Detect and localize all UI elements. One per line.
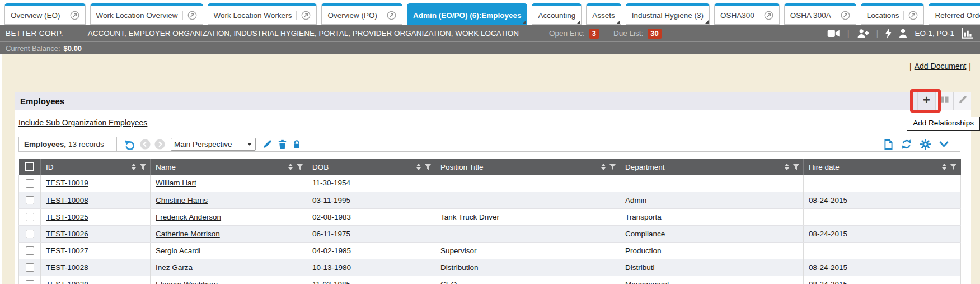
trash-icon[interactable]	[278, 139, 287, 150]
employee-id-link[interactable]: TEST-10019	[46, 179, 88, 187]
submenu-corner-icon	[705, 20, 709, 24]
column-header[interactable]: ID	[41, 159, 151, 175]
add-relationships-button[interactable]: +	[917, 92, 935, 110]
employee-department-cell: Transporta	[620, 208, 804, 225]
employee-name-link[interactable]: Frederick Anderson	[156, 213, 221, 221]
tab[interactable]: Assets	[586, 3, 621, 25]
new-document-icon[interactable]	[884, 139, 893, 150]
employee-name-link[interactable]: Eleanor Washburn	[156, 280, 218, 284]
bar-chart-icon[interactable]	[962, 28, 973, 39]
employee-name-link[interactable]: William Hart	[156, 179, 196, 187]
employee-name-link[interactable]: Inez Garza	[156, 263, 193, 272]
table-row[interactable]: TEST-10008 Christine Harris 03-11-1995 A…	[19, 192, 961, 208]
tab[interactable]: OSHA300	[714, 3, 780, 25]
tab[interactable]: OSHA 300A	[784, 3, 856, 25]
employee-name-link[interactable]: Catherine Morrison	[156, 230, 220, 238]
table-row[interactable]: TEST-10019 William Hart 11-30-1954	[19, 175, 961, 192]
row-checkbox[interactable]	[26, 230, 34, 238]
open-in-new-window-icon[interactable]	[65, 11, 79, 20]
open-in-new-window-icon[interactable]	[182, 11, 197, 20]
open-in-new-window-icon[interactable]	[903, 11, 918, 20]
table-row[interactable]: TEST-10027 Sergio Acardi 04-02-1985 Supe…	[19, 242, 961, 259]
tab[interactable]: Admin (EO/PO) (6):Employees	[407, 3, 528, 25]
employee-id-link[interactable]: TEST-10029	[46, 280, 88, 284]
table-row[interactable]: TEST-10026 Catherine Morrison 06-11-1975…	[19, 225, 961, 242]
sort-icon[interactable]	[132, 164, 136, 170]
tab-label: OSHA 300A	[790, 11, 831, 20]
open-in-new-window-icon[interactable]	[836, 11, 850, 20]
employee-name-link[interactable]: Sergio Acardi	[156, 246, 200, 255]
row-checkbox[interactable]	[26, 196, 34, 204]
select-all-header[interactable]	[19, 159, 41, 175]
settings-gear-icon[interactable]	[920, 139, 931, 150]
undo-icon[interactable]	[124, 139, 136, 150]
tab[interactable]: Work Location Overview	[90, 3, 203, 25]
video-camera-icon[interactable]	[827, 29, 840, 38]
tab[interactable]: Industrial Hygiene (3)	[626, 3, 710, 25]
row-checkbox[interactable]	[26, 263, 34, 272]
column-header[interactable]: Name	[151, 159, 307, 175]
tab[interactable]: Overview (PO)	[321, 3, 402, 25]
previous-icon[interactable]	[140, 139, 151, 150]
sort-icon[interactable]	[785, 164, 789, 170]
collapse-chevron-icon[interactable]	[939, 141, 949, 147]
tab[interactable]: Accounting	[532, 3, 582, 25]
sort-icon[interactable]	[942, 164, 946, 170]
filter-funnel-icon[interactable]	[950, 164, 957, 170]
perspective-select[interactable]: Main Perspective	[171, 138, 256, 151]
table-row[interactable]: TEST-10029 Eleanor Washburn 11-03-1985 C…	[19, 276, 961, 284]
include-sub-organization-link[interactable]: Include Sub Organization Employees	[18, 118, 147, 127]
open-in-new-window-icon[interactable]	[296, 11, 311, 20]
employee-id-link[interactable]: TEST-10028	[46, 263, 88, 272]
column-header[interactable]: Position Title	[435, 159, 620, 175]
employee-id-link[interactable]: TEST-10026	[46, 230, 88, 238]
select-all-checkbox[interactable]	[25, 162, 34, 171]
grid-title-text: Employees,	[24, 140, 66, 148]
refresh-icon[interactable]	[901, 139, 912, 150]
next-icon[interactable]	[154, 139, 165, 150]
add-document-link[interactable]: Add Document	[915, 62, 967, 71]
tab[interactable]: Work Location Workers	[208, 3, 317, 25]
row-checkbox[interactable]	[26, 246, 34, 255]
sort-icon[interactable]	[601, 164, 606, 170]
lightning-icon[interactable]	[885, 28, 892, 39]
column-header[interactable]: Department	[620, 159, 804, 175]
due-list-badge[interactable]: 30	[648, 29, 661, 39]
row-checkbox[interactable]	[26, 179, 34, 188]
employee-id-link[interactable]: TEST-10027	[46, 246, 88, 255]
add-person-icon[interactable]	[857, 29, 869, 38]
filter-funnel-icon[interactable]	[296, 164, 303, 170]
person-icon[interactable]	[899, 29, 907, 38]
employee-id-link[interactable]: TEST-10025	[46, 213, 88, 221]
column-header[interactable]: Hire date	[804, 159, 961, 175]
filter-funnel-icon[interactable]	[793, 164, 800, 170]
tab-label: Overview (PO)	[327, 11, 377, 20]
column-label: Department	[625, 163, 665, 171]
tab[interactable]: Overview (EO)	[4, 3, 86, 25]
sort-icon[interactable]	[288, 164, 293, 170]
table-row[interactable]: TEST-10025 Frederick Anderson 02-08-1983…	[19, 208, 961, 225]
open-enc-badge[interactable]: 3	[589, 29, 599, 39]
relationships-book-button[interactable]	[935, 92, 953, 110]
employee-name-link[interactable]: Christine Harris	[156, 196, 208, 204]
filter-funnel-icon[interactable]	[139, 164, 147, 170]
row-checkbox[interactable]	[26, 280, 34, 284]
filter-funnel-icon[interactable]	[609, 164, 616, 170]
sort-icon[interactable]	[416, 164, 421, 170]
column-label: DOB	[312, 163, 329, 171]
edit-button[interactable]	[953, 92, 971, 110]
employee-id-link[interactable]: TEST-10008	[46, 196, 88, 204]
tab[interactable]: Locations	[861, 3, 925, 25]
filter-funnel-icon[interactable]	[424, 164, 432, 170]
edit-pencil-icon[interactable]	[262, 139, 272, 149]
table-row[interactable]: TEST-10028 Inez Garza 10-13-1980 Distrib…	[19, 259, 961, 276]
open-in-new-window-icon[interactable]	[759, 11, 773, 20]
divider: |	[876, 29, 879, 38]
tab[interactable]: Referred Orders	[929, 3, 980, 25]
open-in-new-window-icon[interactable]	[382, 11, 396, 20]
column-header[interactable]: DOB	[307, 159, 435, 175]
row-checkbox[interactable]	[26, 213, 34, 221]
lock-icon[interactable]	[293, 139, 301, 149]
employee-id-cell: TEST-10026	[41, 225, 151, 242]
table-body: TEST-10019 William Hart 11-30-1954 TEST-…	[19, 175, 961, 284]
